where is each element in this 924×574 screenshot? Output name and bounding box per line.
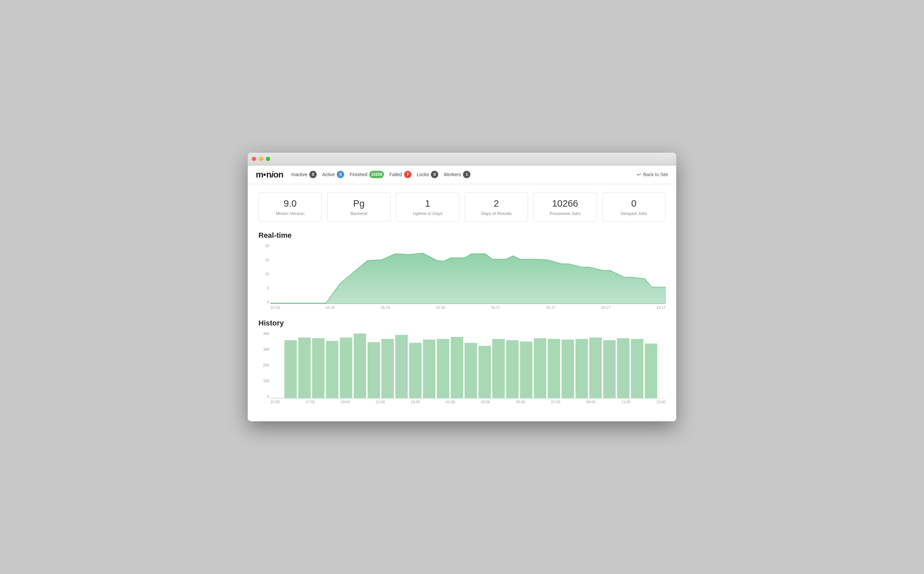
hist-x8: 05:00 bbox=[516, 400, 525, 404]
stat-value-4: 10266 bbox=[539, 198, 591, 209]
rt-x5: 15:17 bbox=[491, 306, 501, 309]
svg-rect-6 bbox=[340, 337, 352, 398]
minimize-button[interactable] bbox=[259, 157, 263, 161]
titlebar bbox=[248, 153, 676, 166]
realtime-y10: 10 bbox=[258, 272, 271, 276]
nav-label-finished: Finished bbox=[349, 172, 367, 177]
stats-grid: 9.0 Minion Version Pg Backend 1 Uptime i… bbox=[258, 192, 666, 222]
nav-item-locks[interactable]: Locks0 bbox=[417, 171, 439, 178]
svg-rect-20 bbox=[534, 338, 546, 398]
rt-x8: 15:17 bbox=[656, 306, 666, 309]
rt-x3: 15:16 bbox=[381, 306, 390, 309]
stat-label-3: Days of Results bbox=[471, 211, 522, 216]
main-content: 9.0 Minion Version Pg Backend 1 Uptime i… bbox=[248, 184, 676, 422]
app-window: mnion Inactive0Active0Finished10259Faile… bbox=[248, 153, 676, 422]
svg-rect-5 bbox=[326, 341, 338, 398]
stat-card-2: 1 Uptime in Days bbox=[396, 192, 459, 222]
nav-label-locks: Locks bbox=[417, 172, 429, 177]
rt-x7: 15:17 bbox=[601, 306, 611, 309]
hist-x4: 21:00 bbox=[376, 400, 385, 404]
svg-rect-11 bbox=[409, 343, 422, 398]
svg-rect-18 bbox=[506, 340, 519, 398]
svg-rect-1 bbox=[271, 398, 283, 398]
realtime-section: Real-time 0 5 10 15 20 bbox=[258, 231, 666, 309]
svg-rect-14 bbox=[451, 337, 463, 398]
nav-label-workers: Workers bbox=[444, 172, 461, 177]
svg-rect-2 bbox=[284, 340, 297, 398]
stat-label-1: Backend bbox=[333, 211, 385, 216]
nav-badge-workers: 1 bbox=[463, 171, 471, 178]
maximize-button[interactable] bbox=[266, 157, 270, 161]
svg-rect-22 bbox=[562, 339, 574, 398]
stat-value-5: 0 bbox=[608, 198, 660, 209]
svg-rect-9 bbox=[381, 339, 394, 398]
hist-x7: 03:00 bbox=[481, 400, 490, 404]
svg-rect-27 bbox=[631, 339, 643, 398]
svg-rect-4 bbox=[312, 338, 324, 398]
stat-value-3: 2 bbox=[471, 198, 522, 209]
hist-x10: 09:00 bbox=[586, 400, 596, 404]
svg-rect-26 bbox=[617, 338, 630, 398]
hist-x9: 07:00 bbox=[551, 400, 560, 404]
stat-value-2: 1 bbox=[402, 198, 453, 209]
nav-item-active[interactable]: Active0 bbox=[322, 171, 344, 178]
realtime-y0: 0 bbox=[258, 300, 271, 304]
realtime-chart bbox=[271, 244, 666, 304]
svg-rect-16 bbox=[479, 346, 491, 398]
hist-x12: 13:00 bbox=[656, 400, 666, 404]
svg-rect-25 bbox=[603, 340, 615, 398]
nav-badge-inactive: 0 bbox=[309, 171, 317, 178]
hist-y200: 200 bbox=[258, 363, 271, 367]
stat-label-4: Processed Jobs bbox=[539, 211, 591, 216]
nav-label-failed: Failed bbox=[389, 172, 402, 177]
nav-item-inactive[interactable]: Inactive0 bbox=[291, 171, 317, 178]
close-button[interactable] bbox=[252, 157, 256, 161]
svg-rect-24 bbox=[589, 337, 601, 398]
hist-y100: 100 bbox=[258, 379, 271, 383]
svg-rect-21 bbox=[548, 339, 560, 398]
hist-x2: 17:00 bbox=[305, 400, 315, 404]
nav-item-workers[interactable]: Workers1 bbox=[444, 171, 471, 178]
history-section: History 0 100 200 300 400 bbox=[258, 319, 666, 404]
stat-value-0: 9.0 bbox=[264, 198, 316, 209]
stat-card-3: 2 Days of Results bbox=[465, 192, 528, 222]
stat-label-0: Minion Version bbox=[264, 211, 316, 216]
nav-item-failed[interactable]: Failed7 bbox=[389, 171, 411, 178]
stat-card-0: 9.0 Minion Version bbox=[258, 192, 322, 222]
stat-card-1: Pg Backend bbox=[327, 192, 390, 222]
back-label: Back to Site bbox=[643, 172, 668, 177]
stat-label-5: Delayed Jobs bbox=[608, 211, 660, 216]
svg-rect-13 bbox=[437, 339, 449, 398]
rt-x2: 15:16 bbox=[326, 306, 335, 309]
nav-item-finished[interactable]: Finished10259 bbox=[349, 171, 384, 178]
svg-marker-0 bbox=[271, 253, 666, 304]
hist-x5: 23:00 bbox=[411, 400, 420, 404]
realtime-title: Real-time bbox=[258, 231, 666, 240]
nav-badge-failed: 7 bbox=[404, 171, 411, 178]
navbar: mnion Inactive0Active0Finished10259Faile… bbox=[248, 166, 676, 184]
back-to-site-link[interactable]: ↩ Back to Site bbox=[637, 172, 668, 177]
nav-badge-active: 0 bbox=[337, 171, 344, 178]
hist-y400: 400 bbox=[258, 331, 271, 336]
svg-rect-28 bbox=[645, 344, 657, 398]
hist-x11: 11:00 bbox=[621, 400, 631, 404]
realtime-y5: 5 bbox=[258, 286, 271, 290]
svg-rect-15 bbox=[465, 343, 477, 398]
nav-items: Inactive0Active0Finished10259Failed7Lock… bbox=[291, 171, 471, 178]
stat-label-2: Uptime in Days bbox=[402, 211, 453, 216]
hist-y300: 300 bbox=[258, 347, 271, 351]
nav-badge-finished: 10259 bbox=[369, 171, 384, 178]
svg-rect-3 bbox=[298, 337, 311, 398]
navbar-left: mnion Inactive0Active0Finished10259Faile… bbox=[256, 169, 471, 180]
rt-x1: 15:16 bbox=[271, 306, 280, 309]
svg-rect-23 bbox=[576, 339, 588, 398]
svg-rect-19 bbox=[520, 342, 532, 398]
nav-label-active: Active bbox=[322, 172, 335, 177]
svg-rect-10 bbox=[395, 335, 408, 398]
hist-x6: 01:00 bbox=[446, 400, 455, 404]
back-icon: ↩ bbox=[637, 172, 641, 177]
nav-label-inactive: Inactive bbox=[291, 172, 307, 177]
stat-card-5: 0 Delayed Jobs bbox=[602, 192, 666, 222]
rt-x6: 15:17 bbox=[546, 306, 556, 309]
rt-x4: 15:16 bbox=[436, 306, 445, 309]
